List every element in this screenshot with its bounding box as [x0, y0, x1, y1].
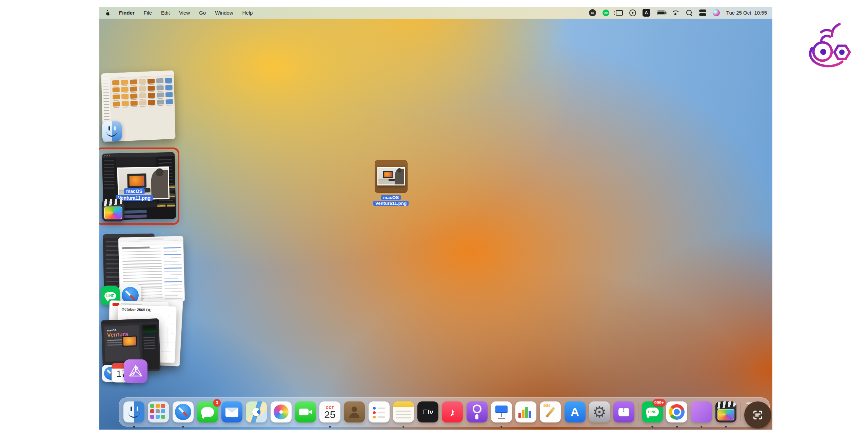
dock-divider: [740, 402, 741, 421]
active-app-name[interactable]: Finder: [119, 10, 135, 16]
calendar-icon: OCT25: [319, 401, 340, 422]
dock-item-settings[interactable]: [589, 401, 610, 422]
line-icon[interactable]: [603, 9, 609, 16]
dock-item-safari[interactable]: [173, 401, 194, 422]
fcp-icon: [715, 401, 736, 422]
dock-item-messages[interactable]: 3: [197, 401, 218, 422]
dock-divider: [638, 402, 638, 421]
running-indicator-dot: [676, 426, 678, 428]
file-tile: [165, 92, 173, 97]
file-name-label: macOS Ventura11.png: [373, 195, 409, 206]
battery-icon[interactable]: [657, 11, 666, 15]
menu-go[interactable]: Go: [199, 10, 206, 16]
dock-item-contacts[interactable]: [344, 401, 365, 422]
menu-view[interactable]: View: [179, 10, 190, 16]
notes-icon: [393, 401, 414, 422]
chrome-icon: [666, 401, 687, 422]
facetime-icon: [295, 401, 316, 422]
file-tile: [121, 94, 129, 99]
expose-group-finder[interactable]: [101, 72, 179, 150]
podcasts-icon: [467, 401, 488, 422]
menu-bar-clock[interactable]: Tue 25 Oct 10:55: [726, 10, 767, 16]
dock-item-photos[interactable]: [271, 401, 292, 422]
dock-item-feedback[interactable]: [613, 401, 634, 422]
file-tile: [130, 79, 137, 84]
dock-item-appletv[interactable]: [417, 401, 438, 422]
music-icon: [442, 401, 463, 422]
wifi-icon[interactable]: [672, 10, 679, 16]
dock-item-numbers[interactable]: [515, 401, 536, 422]
file-tile: [147, 86, 155, 91]
input-source-icon[interactable]: A: [643, 9, 650, 17]
expose-group-final-cut-pro[interactable]: macOS Ventura11.png: [99, 147, 180, 232]
window-layout-icon[interactable]: [616, 10, 623, 16]
menu-window[interactable]: Window: [215, 10, 233, 16]
safari-icon: [173, 401, 194, 422]
desktop-selected-file[interactable]: macOS Ventura11.png: [357, 160, 425, 206]
safari-page-sidebar: [163, 247, 182, 300]
apple-menu-icon[interactable]: [105, 10, 110, 16]
dock-item-launchpad[interactable]: [148, 401, 169, 422]
live-text-scan-button[interactable]: [744, 401, 771, 429]
file-tile: [112, 80, 119, 85]
dock-item-keynote[interactable]: [491, 401, 512, 422]
file-selection-tile[interactable]: [375, 160, 408, 193]
file-tile: [113, 87, 120, 92]
dock-item-finder[interactable]: [123, 401, 144, 422]
dock-item-maps[interactable]: [246, 401, 267, 422]
file-tile: [157, 93, 164, 98]
file-tile: [148, 100, 155, 105]
notification-badge: 999+: [653, 399, 666, 407]
calendar-month-title: October 2565 BE: [121, 307, 151, 312]
file-tile: [131, 101, 138, 106]
file-tile: [156, 85, 163, 91]
expose-group-affinity-stack[interactable]: October 2565 BE macOS Ventura 17: [101, 298, 190, 390]
final-cut-pro-app-icon: [102, 199, 124, 221]
file-tile: [130, 94, 137, 99]
dock-item-pages[interactable]: [540, 401, 561, 422]
file-tile: [139, 86, 146, 91]
reminders-icon: [369, 401, 390, 422]
menu-edit[interactable]: Edit: [161, 10, 170, 16]
play-circle-icon[interactable]: [629, 9, 636, 16]
siri-icon[interactable]: [713, 9, 720, 16]
spotlight-icon[interactable]: [686, 9, 693, 16]
file-tile: [156, 78, 163, 83]
dock-item-podcasts[interactable]: [467, 401, 488, 422]
file-tile: [157, 100, 164, 105]
dock-item-calendar[interactable]: OCT25: [319, 401, 340, 422]
dock-item-affinity[interactable]: [691, 401, 712, 422]
mail-icon: [221, 401, 242, 422]
affinity-artwork: macOS Ventura: [104, 325, 140, 361]
menu-file[interactable]: File: [144, 10, 152, 16]
dock-item-facetime[interactable]: [295, 401, 316, 422]
file-tile: [113, 101, 120, 106]
control-center-icon[interactable]: [699, 9, 706, 16]
dock-item-notes[interactable]: [393, 401, 414, 422]
artwork-monitor-graphic: [122, 335, 137, 347]
feedback-icon: [613, 401, 634, 422]
calendar-day: 25: [324, 410, 335, 420]
pages-icon: [540, 401, 561, 422]
notification-badge: 3: [213, 399, 221, 407]
file-tile: [165, 78, 172, 83]
dock-item-fcp[interactable]: [715, 401, 736, 422]
file-tile: [130, 86, 137, 92]
file-tile: [166, 99, 173, 104]
dock-item-mail[interactable]: [221, 401, 242, 422]
file-tile: [121, 80, 128, 85]
menu-help[interactable]: Help: [242, 10, 253, 16]
dock-item-line[interactable]: 999+: [642, 401, 663, 422]
creative-cloud-icon[interactable]: [589, 9, 596, 16]
file-tile: [139, 93, 146, 98]
photos-icon: [271, 401, 292, 422]
dock-item-music[interactable]: [442, 401, 463, 422]
dock-item-chrome[interactable]: [666, 401, 687, 422]
file-tile: [148, 93, 155, 98]
running-indicator-dot: [329, 426, 331, 428]
dock-item-reminders[interactable]: [369, 401, 390, 422]
file-tile: [139, 79, 146, 84]
dock-item-appstore[interactable]: [565, 401, 586, 422]
fcp-timeline: [117, 206, 176, 220]
file-tile: [122, 101, 129, 106]
